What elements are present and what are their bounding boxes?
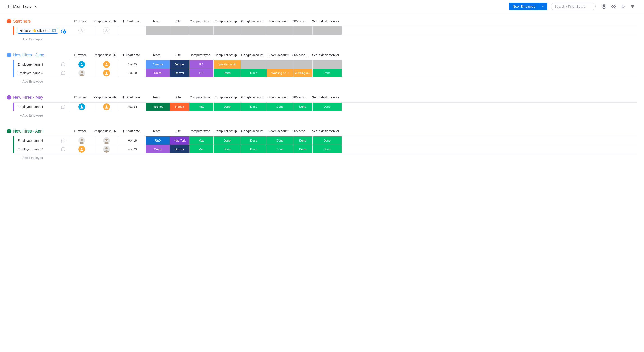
status-cell[interactable]: Partners: [146, 103, 170, 111]
group-title[interactable]: Start here: [13, 19, 68, 24]
pin-icon[interactable]: [620, 4, 626, 9]
hr-cell[interactable]: [94, 103, 119, 111]
add-employee-row[interactable]: + Add Employee: [13, 35, 637, 43]
avatar[interactable]: [103, 70, 110, 76]
status-cell[interactable]: Done: [267, 145, 293, 153]
status-cell[interactable]: Sales: [146, 145, 170, 153]
column-header-monitor[interactable]: Setup desk monitor: [311, 17, 340, 25]
it-owner-cell[interactable]: [69, 103, 94, 111]
date-cell[interactable]: Apr 16: [119, 136, 146, 145]
avatar-placeholder[interactable]: [78, 27, 85, 34]
empty-status-cell[interactable]: [214, 26, 240, 35]
status-cell[interactable]: Done: [240, 103, 267, 111]
chat-icon[interactable]: [61, 104, 66, 109]
column-header-zoom[interactable]: Zoom account: [265, 128, 292, 135]
status-cell[interactable]: Finance: [146, 60, 170, 68]
item-name-text[interactable]: Employee name 4: [18, 105, 43, 109]
chat-icon[interactable]: [61, 147, 66, 152]
hr-cell[interactable]: [94, 145, 119, 153]
column-header-it-owner[interactable]: IT owner: [68, 94, 92, 101]
hr-cell[interactable]: [94, 69, 119, 77]
item-name-cell[interactable]: Employee name 7: [14, 145, 69, 153]
status-cell[interactable]: Done: [312, 145, 342, 153]
group-collapse-toggle[interactable]: [7, 19, 11, 23]
column-header-computer-type[interactable]: Computer type: [188, 17, 212, 25]
status-cell[interactable]: New York: [170, 136, 189, 145]
group-collapse-toggle[interactable]: [7, 95, 11, 100]
chat-icon[interactable]: [61, 138, 66, 143]
column-header-computer-setup[interactable]: Computer setup: [212, 94, 239, 101]
item-name-cell[interactable]: Employee name 4: [14, 103, 69, 111]
item-name-cell[interactable]: Employee name 5: [14, 69, 69, 77]
table-row[interactable]: Employee name 7 Apr 29 Sales Denver Mac …: [13, 145, 637, 153]
it-owner-cell[interactable]: [69, 26, 94, 35]
status-cell[interactable]: Done: [293, 145, 312, 153]
hr-cell[interactable]: [94, 136, 119, 145]
column-header-team[interactable]: Team: [144, 51, 168, 59]
status-cell[interactable]: Denver: [170, 60, 189, 68]
table-row[interactable]: Hi there! 👋 Click here ➡️ 1: [13, 26, 637, 35]
chat-icon[interactable]: 1: [61, 28, 66, 33]
avatar[interactable]: [103, 61, 110, 68]
column-header-site[interactable]: Site: [168, 17, 188, 25]
status-cell[interactable]: Done: [214, 136, 240, 145]
status-cell[interactable]: Mac: [189, 103, 214, 111]
column-header-computer-type[interactable]: Computer type: [188, 94, 212, 101]
it-owner-cell[interactable]: [69, 136, 94, 145]
empty-status-cell[interactable]: [267, 26, 293, 35]
status-cell[interactable]: Working on it: [267, 69, 293, 77]
add-employee-row[interactable]: + Add Employee: [13, 111, 637, 119]
item-name-text[interactable]: Employee name 5: [18, 71, 43, 75]
status-cell[interactable]: [293, 60, 312, 68]
status-cell[interactable]: Mac: [189, 136, 214, 145]
column-header-start-date[interactable]: Start date: [117, 51, 144, 59]
status-cell[interactable]: PC: [189, 69, 214, 77]
column-header-hr[interactable]: Responsible HR: [92, 51, 117, 59]
column-header-start-date[interactable]: Start date: [117, 94, 144, 101]
empty-status-cell[interactable]: [240, 26, 267, 35]
chat-icon[interactable]: [61, 62, 66, 67]
column-header-zoom[interactable]: Zoom account: [265, 51, 292, 59]
column-header-team[interactable]: Team: [144, 94, 168, 101]
empty-status-cell[interactable]: [312, 26, 342, 35]
column-header-computer-setup[interactable]: Computer setup: [212, 17, 239, 25]
column-header-computer-type[interactable]: Computer type: [188, 51, 212, 59]
status-cell[interactable]: Working o…: [293, 69, 312, 77]
column-header-hr[interactable]: Responsible HR: [92, 17, 117, 25]
avatar[interactable]: [78, 137, 85, 144]
person-icon[interactable]: [602, 4, 606, 9]
it-owner-cell[interactable]: [69, 69, 94, 77]
column-header-monitor[interactable]: Setup desk monitor: [311, 51, 340, 59]
column-header-team[interactable]: Team: [144, 128, 168, 135]
avatar[interactable]: [78, 61, 85, 68]
status-cell[interactable]: Done: [293, 136, 312, 145]
column-header-zoom[interactable]: Zoom account: [265, 17, 292, 25]
column-header-google[interactable]: Google account: [239, 17, 265, 25]
avatar[interactable]: [78, 146, 85, 153]
date-cell[interactable]: Jun 19: [119, 69, 146, 77]
empty-status-cell[interactable]: [189, 26, 214, 35]
status-cell[interactable]: Done: [312, 69, 342, 77]
item-name-text[interactable]: Employee name 7: [18, 147, 43, 151]
eye-off-icon[interactable]: [611, 4, 616, 9]
column-header-it-owner[interactable]: IT owner: [68, 17, 92, 25]
status-cell[interactable]: Done: [240, 145, 267, 153]
status-cell[interactable]: Done: [267, 136, 293, 145]
column-header-monitor[interactable]: Setup desk monitor: [311, 128, 340, 135]
status-cell[interactable]: Working on it: [214, 60, 240, 68]
status-cell[interactable]: Florida: [170, 103, 189, 111]
column-header-google[interactable]: Google account: [239, 128, 265, 135]
item-name-text[interactable]: Employee name 3: [18, 63, 43, 66]
empty-status-cell[interactable]: [170, 26, 189, 35]
status-cell[interactable]: [267, 60, 293, 68]
empty-status-cell[interactable]: [146, 26, 170, 35]
column-header-site[interactable]: Site: [168, 51, 188, 59]
search-input[interactable]: [550, 3, 596, 10]
status-cell[interactable]: [240, 60, 267, 68]
empty-status-cell[interactable]: [293, 26, 312, 35]
status-cell[interactable]: PC: [189, 60, 214, 68]
avatar[interactable]: [103, 103, 110, 110]
column-header-start-date[interactable]: Start date: [117, 128, 144, 135]
column-header-365[interactable]: 365 accou…: [292, 128, 311, 135]
status-cell[interactable]: Mac: [189, 145, 214, 153]
